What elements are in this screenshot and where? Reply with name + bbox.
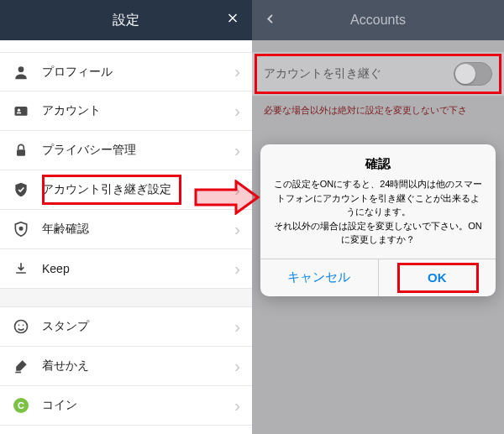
item-label: 年齢確認: [42, 222, 234, 237]
chevron-right-icon: ›: [234, 62, 240, 81]
item-label: 着せかえ: [42, 358, 234, 374]
list-item-stamps[interactable]: スタンプ ›: [0, 307, 252, 347]
accounts-title: Accounts: [350, 13, 406, 28]
list-item-profile[interactable]: プロフィール ›: [0, 52, 252, 92]
download-icon: [12, 259, 30, 278]
account-transfer-toggle-row[interactable]: アカウントを引き継ぐ: [252, 52, 504, 96]
list-item-themes[interactable]: 着せかえ ›: [0, 347, 252, 386]
svg-point-6: [15, 321, 28, 333]
svg-point-5: [19, 227, 22, 230]
id-card-icon: [12, 102, 30, 120]
item-label: スタンプ: [42, 319, 234, 334]
svg-rect-4: [17, 149, 25, 156]
item-label: アカウント引き継ぎ設定: [42, 182, 234, 197]
shield-badge-icon: [12, 220, 30, 238]
svg-point-2: [18, 109, 20, 112]
svg-rect-3: [17, 112, 21, 114]
cancel-button[interactable]: キャンセル: [260, 259, 379, 296]
dialog-body: この設定をONにすると、24時間以内は他のスマートフォンにアカウントを引き継ぐこ…: [260, 177, 496, 259]
accounts-header: Accounts: [252, 0, 504, 40]
accounts-content: アカウントを引き継ぐ 必要な場合以外は絶対に設定を変更しないで下さ: [252, 40, 504, 125]
item-label: アカウント: [42, 103, 234, 118]
svg-point-7: [18, 325, 20, 327]
chevron-right-icon: ›: [234, 102, 240, 121]
smiley-icon: [12, 317, 30, 336]
item-label: Keep: [42, 262, 234, 275]
list-item-coin[interactable]: C コイン ›: [0, 386, 252, 426]
chevron-right-icon: ›: [234, 141, 240, 160]
chevron-right-icon: ›: [234, 259, 240, 279]
dialog-buttons: キャンセル OK: [260, 259, 496, 296]
item-label: コイン: [42, 398, 234, 413]
chevron-right-icon: ›: [234, 220, 240, 239]
back-icon[interactable]: [264, 11, 277, 30]
brush-icon: [12, 357, 30, 375]
shield-check-icon: [12, 180, 30, 199]
toggle-label: アカウントを引き継ぐ: [264, 66, 454, 81]
ok-button-label: OK: [428, 270, 447, 285]
list-item-account[interactable]: アカウント ›: [0, 92, 252, 131]
chevron-right-icon: ›: [234, 180, 240, 200]
svg-point-8: [23, 325, 24, 327]
toggle-switch[interactable]: [454, 62, 492, 86]
settings-list: プロフィール › アカウント › プライバシー管理 › アカウント引き継ぎ設定 …: [0, 52, 252, 426]
settings-header: 設定: [0, 0, 252, 40]
dialog-title: 確認: [260, 144, 496, 177]
close-icon[interactable]: [225, 11, 240, 30]
section-divider: [0, 289, 252, 307]
confirm-dialog: 確認 この設定をONにすると、24時間以内は他のスマートフォンにアカウントを引き…: [260, 144, 496, 296]
list-item-age[interactable]: 年齢確認 ›: [0, 210, 252, 249]
chevron-right-icon: ›: [234, 357, 240, 376]
svg-point-0: [18, 66, 24, 72]
toggle-knob: [455, 64, 475, 84]
list-item-privacy[interactable]: プライバシー管理 ›: [0, 131, 252, 170]
item-label: プロフィール: [42, 65, 234, 80]
ok-button[interactable]: OK: [379, 259, 496, 296]
person-icon: [12, 63, 30, 81]
settings-panel: 設定 プロフィール › アカウント › プライバシー管理 ›: [0, 0, 252, 434]
item-label: プライバシー管理: [42, 143, 234, 158]
svg-rect-1: [15, 107, 28, 116]
list-item-account-transfer[interactable]: アカウント引き継ぎ設定 ›: [0, 170, 252, 210]
warning-text: 必要な場合以外は絶対に設定を変更しないで下さ: [252, 96, 504, 125]
settings-title: 設定: [113, 12, 139, 29]
chevron-right-icon: ›: [234, 317, 240, 337]
lock-icon: [12, 141, 30, 159]
list-item-keep[interactable]: Keep ›: [0, 249, 252, 289]
accounts-panel: Accounts アカウントを引き継ぐ 必要な場合以外は絶対に設定を変更しないで…: [252, 0, 504, 434]
chevron-right-icon: ›: [234, 396, 240, 416]
coin-icon: C: [12, 396, 30, 415]
